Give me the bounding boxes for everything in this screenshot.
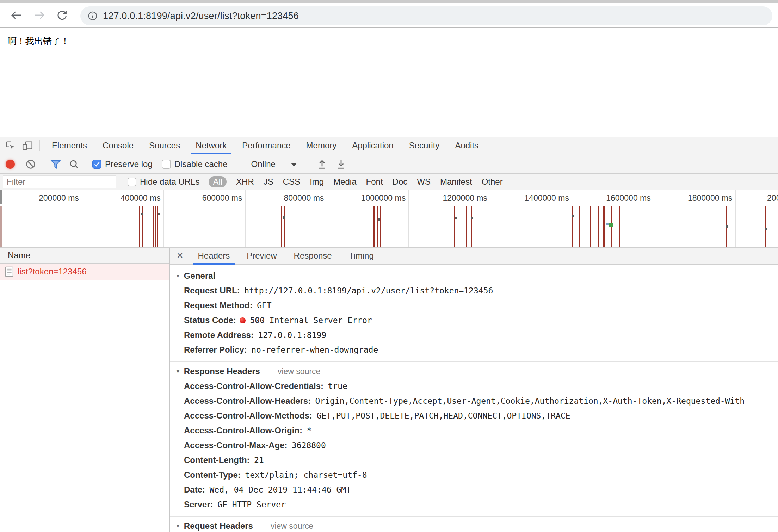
tab-security[interactable]: Security xyxy=(401,137,447,154)
section-divider xyxy=(170,361,778,362)
timeline-request-bar xyxy=(0,190,2,204)
timeline-request-bar xyxy=(619,206,620,247)
throttling-dropdown-value[interactable]: Online xyxy=(251,159,275,169)
header-item-value: text/plain; charset=utf-8 xyxy=(245,470,367,480)
header-item: Access-Control-Allow-Methods: GET,PUT,PO… xyxy=(175,408,778,423)
filter-type-media[interactable]: Media xyxy=(333,177,356,187)
address-bar[interactable]: 127.0.0.1:8199/api.v2/user/list?token=12… xyxy=(80,6,772,25)
name-column-header: Name xyxy=(8,250,30,260)
request-headers-section-header[interactable]: ▼ Request Headers view source xyxy=(175,520,778,532)
header-item-label: Request URL: xyxy=(184,286,240,295)
header-item-value: GET,PUT,POST,DELETE,PATCH,HEAD,CONNECT,O… xyxy=(316,411,570,420)
timeline-request-bar xyxy=(454,206,455,247)
export-har-button[interactable] xyxy=(336,159,346,169)
tab-application[interactable]: Application xyxy=(344,137,401,154)
page-info-icon[interactable] xyxy=(87,11,98,21)
view-source-link[interactable]: view source xyxy=(271,521,313,531)
import-har-button[interactable] xyxy=(317,159,327,169)
chevron-expanded-icon: ▼ xyxy=(175,369,180,374)
tab-network[interactable]: Network xyxy=(188,137,234,154)
forward-button[interactable] xyxy=(32,8,47,22)
header-item-label: Access-Control-Allow-Credentials: xyxy=(184,381,323,391)
filter-type-css[interactable]: CSS xyxy=(283,177,300,187)
reload-button[interactable] xyxy=(55,8,69,22)
filter-toggle-button[interactable] xyxy=(50,159,61,169)
header-item-label: Referrer Policy: xyxy=(184,345,247,354)
filter-type-img[interactable]: Img xyxy=(310,177,324,187)
detail-tab-headers[interactable]: Headers xyxy=(190,248,239,265)
header-item-value: GF HTTP Server xyxy=(217,500,286,509)
timeline-request-bar xyxy=(281,206,282,247)
chevron-down-icon[interactable] xyxy=(291,163,297,167)
tab-sources[interactable]: Sources xyxy=(141,137,188,154)
filter-type-manifest[interactable]: Manifest xyxy=(440,177,472,187)
request-list-header[interactable]: Name xyxy=(0,248,169,264)
filter-type-font[interactable]: Font xyxy=(366,177,383,187)
tab-memory[interactable]: Memory xyxy=(298,137,345,154)
request-list-panel: Name list?token=123456 xyxy=(0,248,170,532)
header-item-label: Access-Control-Allow-Headers: xyxy=(184,396,311,406)
filter-type-ws[interactable]: WS xyxy=(417,177,431,187)
clear-button[interactable] xyxy=(25,159,36,169)
preserve-log-label[interactable]: Preserve log xyxy=(105,159,153,169)
view-source-link[interactable]: view source xyxy=(278,367,320,376)
header-item: Content-Type: text/plain; charset=utf-8 xyxy=(175,468,778,482)
search-button[interactable] xyxy=(69,159,79,169)
record-button[interactable] xyxy=(6,160,15,169)
back-arrow-icon xyxy=(10,9,23,21)
inspect-cursor-icon xyxy=(5,140,17,152)
filter-type-js[interactable]: JS xyxy=(264,177,273,187)
disable-cache-checkbox[interactable] xyxy=(162,160,171,169)
header-item-value: true xyxy=(328,382,347,391)
header-item: Request Method: GET xyxy=(175,298,778,313)
header-item: Content-Length: 21 xyxy=(175,453,778,468)
detail-tab-preview[interactable]: Preview xyxy=(238,248,285,265)
filter-type-doc[interactable]: Doc xyxy=(393,177,408,187)
filter-input[interactable] xyxy=(3,175,116,188)
timeline-request-bar xyxy=(380,206,381,247)
filter-type-all[interactable]: All xyxy=(209,176,227,187)
disable-cache-label[interactable]: Disable cache xyxy=(174,159,228,169)
document-icon xyxy=(5,266,13,277)
hide-data-urls-label[interactable]: Hide data URLs xyxy=(140,177,199,187)
tab-console[interactable]: Console xyxy=(95,137,141,154)
request-row[interactable]: list?token=123456 xyxy=(0,264,169,280)
header-item-label: Access-Control-Max-Age: xyxy=(184,440,287,450)
response-headers-section-header[interactable]: ▼ Response Headers view source xyxy=(175,366,778,377)
timeline-marker xyxy=(606,223,609,225)
header-item: Server: GF HTTP Server xyxy=(175,497,778,512)
timeline-request-bar xyxy=(377,206,378,247)
preserve-log-checkbox[interactable] xyxy=(92,160,101,169)
device-toolbar-button[interactable] xyxy=(21,140,34,152)
filter-type-other[interactable]: Other xyxy=(482,177,503,187)
header-item-label: Server: xyxy=(184,500,213,509)
chevron-expanded-icon: ▼ xyxy=(175,273,180,279)
header-item-value: no-referrer-when-downgrade xyxy=(251,345,378,354)
detail-tab-timing[interactable]: Timing xyxy=(340,248,382,265)
hide-data-urls-checkbox[interactable] xyxy=(128,178,136,186)
tab-audits[interactable]: Audits xyxy=(447,137,486,154)
timeline-bars-layer xyxy=(0,190,778,247)
timeline-request-bar xyxy=(284,206,285,247)
page-content: 啊！我出错了！ xyxy=(0,29,778,137)
filter-type-xhr[interactable]: XHR xyxy=(236,177,254,187)
inspect-element-button[interactable] xyxy=(4,140,17,152)
network-filter-row: Hide data URLs All XHR JS CSS Img Media … xyxy=(0,174,778,190)
back-button[interactable] xyxy=(9,8,23,22)
timeline-request-bar xyxy=(155,206,156,247)
timeline-marker xyxy=(765,228,767,230)
header-item: Referrer Policy: no-referrer-when-downgr… xyxy=(175,342,778,357)
tab-performance[interactable]: Performance xyxy=(234,137,298,154)
general-section-header[interactable]: ▼ General xyxy=(175,270,778,282)
timeline-request-bar xyxy=(471,206,472,247)
devtools-tab-bar: Elements Console Sources Network Perform… xyxy=(0,137,778,154)
search-icon xyxy=(69,159,79,169)
timeline-marker xyxy=(141,213,143,215)
detail-tab-response[interactable]: Response xyxy=(285,248,340,265)
timeline-marker xyxy=(378,218,380,221)
network-overview-timeline[interactable]: 200000 ms 400000 ms 600000 ms 800000 ms … xyxy=(0,190,778,248)
header-item-value: http://127.0.0.1:8199/api.v2/user/list?t… xyxy=(244,286,493,295)
tab-elements[interactable]: Elements xyxy=(44,137,95,154)
close-icon[interactable]: × xyxy=(170,249,190,263)
checkmark-icon xyxy=(93,161,100,168)
